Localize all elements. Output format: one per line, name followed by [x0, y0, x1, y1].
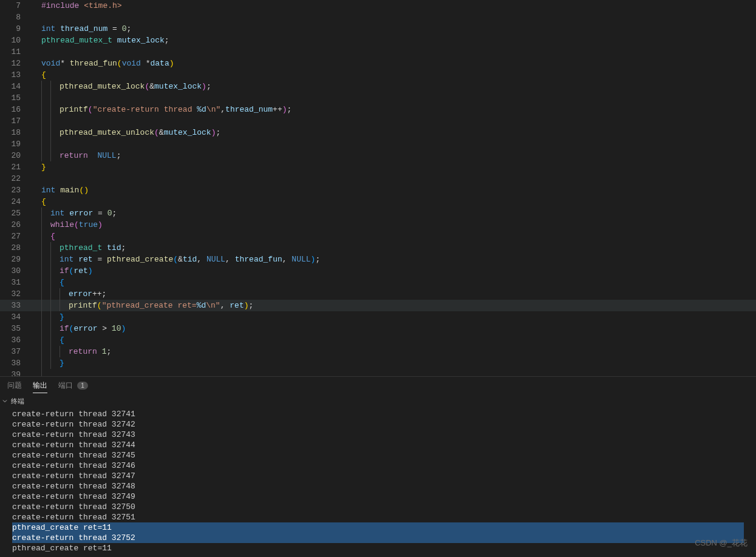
code-line[interactable]: 25int error = 0;: [0, 208, 756, 219]
code-content: return NULL;: [30, 150, 756, 161]
line-number: 32: [0, 288, 30, 300]
code-line[interactable]: 21}: [0, 161, 756, 173]
line-number: 8: [0, 12, 30, 23]
code-line[interactable]: 24{: [0, 196, 756, 208]
terminal-line[interactable]: create-return thread 32741: [12, 409, 744, 419]
line-number: 29: [0, 254, 30, 265]
code-line[interactable]: 9int thread_num = 0;: [0, 23, 756, 35]
terminal-line[interactable]: create-return thread 32749: [12, 491, 744, 502]
code-content: #include <time.h>: [30, 0, 756, 12]
code-editor[interactable]: 7#include <time.h>89int thread_num = 0;1…: [0, 0, 756, 376]
terminal-line[interactable]: create-return thread 32745: [12, 450, 744, 461]
terminal-line[interactable]: create-return thread 32747: [12, 471, 744, 481]
terminal-line[interactable]: pthread_create ret=11: [12, 543, 744, 553]
code-line[interactable]: 7#include <time.h>: [0, 0, 756, 12]
code-line[interactable]: 36{: [0, 334, 756, 346]
terminal-line[interactable]: create-return thread 32750: [12, 502, 744, 512]
code-line[interactable]: 8: [0, 12, 756, 23]
code-content: return 1;: [30, 346, 756, 357]
terminal-line[interactable]: create-return thread 32751: [12, 512, 744, 522]
terminal-output[interactable]: create-return thread 32741create-return …: [0, 408, 756, 557]
terminal-section-label: 终端: [11, 397, 24, 406]
code-line[interactable]: 22: [0, 173, 756, 184]
code-line[interactable]: 16printf("create-return thread %d\n",thr…: [0, 104, 756, 115]
terminal-line[interactable]: create-return thread 32744: [12, 440, 744, 450]
terminal-line[interactable]: create-return thread 32743: [12, 430, 744, 440]
line-number: 22: [0, 173, 30, 184]
code-line[interactable]: 30if(ret): [0, 265, 756, 277]
code-line[interactable]: 26while(true): [0, 219, 756, 231]
code-line[interactable]: 15: [0, 92, 756, 104]
code-line[interactable]: 38}: [0, 357, 756, 369]
code-line[interactable]: 11: [0, 46, 756, 58]
code-content: [30, 115, 756, 127]
line-number: 9: [0, 23, 30, 35]
code-content: [30, 92, 756, 104]
code-content: printf("create-return thread %d\n",threa…: [30, 104, 756, 115]
code-content: [30, 138, 756, 150]
code-line[interactable]: 28pthread_t tid;: [0, 242, 756, 254]
code-line[interactable]: 14pthread_mutex_lock(&mutex_lock);: [0, 81, 756, 92]
code-line[interactable]: 18pthread_mutex_unlock(&mutex_lock);: [0, 127, 756, 138]
code-line[interactable]: 31{: [0, 277, 756, 288]
code-line[interactable]: 34}: [0, 311, 756, 323]
tab-output[interactable]: 输出: [33, 379, 47, 393]
code-line[interactable]: 17: [0, 115, 756, 127]
code-line[interactable]: 32error++;: [0, 288, 756, 300]
terminal-line[interactable]: create-return thread 32746: [12, 461, 744, 471]
code-content: pthread_mutex_unlock(&mutex_lock);: [30, 127, 756, 138]
code-content: [30, 173, 756, 184]
code-content: if(error > 10): [30, 323, 756, 334]
code-line[interactable]: 39: [0, 369, 756, 376]
tab-problems[interactable]: 问题: [7, 379, 22, 393]
code-content: int error = 0;: [30, 208, 756, 219]
line-number: 15: [0, 92, 30, 104]
code-content: {: [30, 196, 756, 208]
panel-tabs: 问题 输出 端口 1: [0, 376, 756, 394]
line-number: 7: [0, 0, 30, 12]
code-line[interactable]: 10pthread_mutex_t mutex_lock;: [0, 35, 756, 46]
code-content: pthread_mutex_lock(&mutex_lock);: [30, 81, 756, 92]
line-number: 23: [0, 184, 30, 196]
code-line[interactable]: 37return 1;: [0, 346, 756, 357]
code-content: {: [30, 334, 756, 346]
terminal-section-header[interactable]: 终端: [0, 394, 756, 408]
code-line[interactable]: 20return NULL;: [0, 150, 756, 161]
code-content: {: [30, 231, 756, 242]
line-number: 28: [0, 242, 30, 254]
line-number: 30: [0, 265, 30, 277]
line-number: 27: [0, 231, 30, 242]
line-number: 16: [0, 104, 30, 115]
code-content: [30, 46, 756, 58]
line-number: 14: [0, 81, 30, 92]
line-number: 12: [0, 58, 30, 69]
code-content: printf("pthread_create ret=%d\n", ret);: [30, 300, 756, 311]
ports-badge: 1: [77, 382, 88, 390]
code-line[interactable]: 27{: [0, 231, 756, 242]
code-line[interactable]: 13{: [0, 69, 756, 81]
terminal-line[interactable]: pthread_create ret=11: [12, 522, 744, 533]
code-line[interactable]: 12void* thread_fun(void *data): [0, 58, 756, 69]
code-line[interactable]: 33printf("pthread_create ret=%d\n", ret)…: [0, 300, 756, 311]
terminal-line[interactable]: create-return thread 32752: [12, 533, 744, 543]
line-number: 10: [0, 35, 30, 46]
line-number: 25: [0, 208, 30, 219]
line-number: 38: [0, 357, 30, 369]
line-number: 21: [0, 161, 30, 173]
line-number: 20: [0, 150, 30, 161]
code-content: error++;: [30, 288, 756, 300]
code-line[interactable]: 19: [0, 138, 756, 150]
code-line[interactable]: 29int ret = pthread_create(&tid, NULL, t…: [0, 254, 756, 265]
terminal-line[interactable]: create-return thread 32742: [12, 419, 744, 430]
code-content: {: [30, 277, 756, 288]
code-line[interactable]: 35if(error > 10): [0, 323, 756, 334]
line-number: 18: [0, 127, 30, 138]
tab-ports[interactable]: 端口 1: [58, 379, 88, 393]
code-content: int main(): [30, 184, 756, 196]
code-content: void* thread_fun(void *data): [30, 58, 756, 69]
line-number: 24: [0, 196, 30, 208]
line-number: 35: [0, 323, 30, 334]
terminal-line[interactable]: create-return thread 32748: [12, 481, 744, 491]
line-number: 33: [0, 300, 30, 311]
code-line[interactable]: 23int main(): [0, 184, 756, 196]
